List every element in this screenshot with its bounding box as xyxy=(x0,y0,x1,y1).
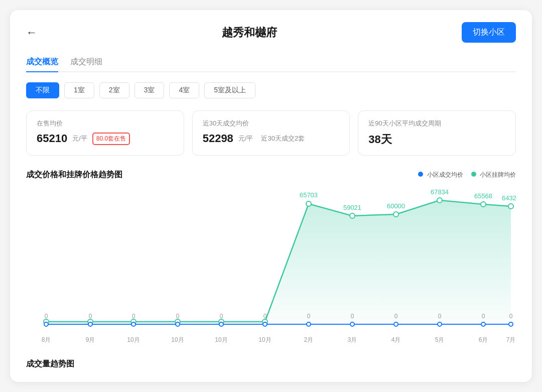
label-0-5: 0 xyxy=(263,313,267,320)
stat-badge-listing: 80.0套在售 xyxy=(92,133,130,145)
legend-blue: 小区成交均价 xyxy=(418,171,463,179)
x-label-9: 5月 xyxy=(435,336,445,343)
volume-section: 成交量趋势图 xyxy=(26,359,516,369)
label-0-7: 0 xyxy=(351,313,354,320)
stat-card-cycle: 近90天小区平均成交周期 38天 xyxy=(358,110,516,156)
blue-dot-10 xyxy=(481,322,485,326)
green-dot-10 xyxy=(481,202,486,207)
blue-dot-4 xyxy=(219,322,223,326)
stat-value-row-listing: 65210 元/平 80.0套在售 xyxy=(37,132,174,145)
legend-label-blue: 小区成交均价 xyxy=(427,171,463,178)
green-area xyxy=(265,200,511,322)
label-0-10: 0 xyxy=(482,313,485,320)
stat-value-row-cycle: 38天 xyxy=(368,132,505,147)
filter-unlimited[interactable]: 不限 xyxy=(26,82,59,98)
price-chart-svg: 65703 59021 60000 67834 65568 64324 0 0 … xyxy=(26,186,516,347)
label-0-1: 0 xyxy=(89,313,92,320)
stat-value-cycle: 38天 xyxy=(368,132,391,147)
green-dot-8 xyxy=(393,212,398,217)
blue-dot-7 xyxy=(350,322,354,326)
room-filter: 不限 1室 2室 3室 4室 5室及以上 xyxy=(26,82,516,98)
page-title: 越秀和樾府 xyxy=(37,25,462,40)
page-container: ← 越秀和樾府 切换小区 成交概览 成交明细 不限 1室 2室 3室 4室 5室… xyxy=(10,10,532,382)
label-0-4: 0 xyxy=(220,313,223,320)
header: ← 越秀和樾府 切换小区 xyxy=(26,22,516,43)
blue-dot-9 xyxy=(438,322,442,326)
legend-green: 小区挂牌均价 xyxy=(471,171,516,179)
stat-card-listing-price: 在售均价 65210 元/平 80.0套在售 xyxy=(26,110,184,156)
tab-detail[interactable]: 成交明细 xyxy=(70,57,102,72)
stat-label-cycle: 近90天小区平均成交周期 xyxy=(368,119,505,128)
label-0-6: 0 xyxy=(307,313,311,320)
chart-title: 成交价格和挂牌价格趋势图 xyxy=(26,170,122,180)
label-67834: 67834 xyxy=(431,188,449,196)
tab-row: 成交概览 成交明细 xyxy=(26,57,516,72)
stat-sub-transaction: 近30天成交2套 xyxy=(261,134,305,143)
label-64324: 64324 xyxy=(502,194,516,202)
legend-dot-blue xyxy=(418,172,423,177)
x-label-3: 10月 xyxy=(171,336,184,343)
x-label-11: 7月 xyxy=(506,336,516,343)
filter-5room[interactable]: 5室及以上 xyxy=(204,82,255,98)
blue-dot-5 xyxy=(263,322,267,326)
blue-dot-2 xyxy=(131,322,136,326)
x-label-0: 8月 xyxy=(42,336,51,343)
blue-dot-6 xyxy=(307,322,311,326)
filter-4room[interactable]: 4室 xyxy=(169,82,199,98)
stat-card-transaction-price: 近30天成交均价 52298 元/平 近30天成交2套 xyxy=(192,110,350,156)
x-label-8: 4月 xyxy=(391,336,401,343)
filter-3room[interactable]: 3室 xyxy=(134,82,165,98)
volume-chart-title: 成交量趋势图 xyxy=(26,359,74,368)
blue-dot-8 xyxy=(394,322,398,326)
stat-unit-listing: 元/平 xyxy=(72,134,87,143)
stat-value-listing: 65210 xyxy=(37,132,67,145)
x-label-2: 10月 xyxy=(127,336,140,343)
chart-legend: 小区成交均价 小区挂牌均价 xyxy=(418,171,516,179)
stat-value-transaction: 52298 xyxy=(203,132,233,145)
stats-row: 在售均价 65210 元/平 80.0套在售 近30天成交均价 52298 元/… xyxy=(26,110,516,156)
back-button[interactable]: ← xyxy=(26,27,37,38)
label-0-0: 0 xyxy=(45,313,48,320)
switch-community-button[interactable]: 切换小区 xyxy=(462,22,516,43)
blue-dot-11 xyxy=(509,322,513,326)
label-59021: 59021 xyxy=(343,204,361,211)
chart-header: 成交价格和挂牌价格趋势图 小区成交均价 小区挂牌均价 xyxy=(26,170,516,180)
label-65703: 65703 xyxy=(300,191,318,199)
filter-2room[interactable]: 2室 xyxy=(99,82,129,98)
label-0-3: 0 xyxy=(176,313,180,320)
blue-dot-1 xyxy=(88,322,92,326)
filter-1room[interactable]: 1室 xyxy=(64,82,94,98)
label-0-2: 0 xyxy=(132,313,136,320)
price-chart-canvas: 65703 59021 60000 67834 65568 64324 0 0 … xyxy=(26,186,516,347)
label-0-11: 0 xyxy=(509,313,513,320)
label-0-8: 0 xyxy=(394,313,398,320)
green-dot-6 xyxy=(306,201,311,206)
label-60000: 60000 xyxy=(387,202,405,210)
legend-label-green: 小区挂牌均价 xyxy=(480,171,516,178)
x-label-5: 10月 xyxy=(258,336,271,343)
price-chart-section: 成交价格和挂牌价格趋势图 小区成交均价 小区挂牌均价 xyxy=(26,170,516,347)
green-dot-11 xyxy=(508,204,513,209)
stat-label-transaction: 近30天成交均价 xyxy=(203,119,340,128)
stat-value-row-transaction: 52298 元/平 近30天成交2套 xyxy=(203,132,340,145)
label-0-9: 0 xyxy=(438,313,442,320)
blue-dot-3 xyxy=(176,322,180,326)
green-dot-7 xyxy=(350,213,355,218)
green-dot-9 xyxy=(437,198,442,203)
x-label-10: 6月 xyxy=(479,336,488,343)
x-label-1: 9月 xyxy=(86,336,95,343)
tab-overview[interactable]: 成交概览 xyxy=(26,57,58,72)
label-65568: 65568 xyxy=(474,192,492,200)
legend-dot-green xyxy=(471,172,476,177)
blue-dot-0 xyxy=(44,322,48,326)
stat-unit-transaction: 元/平 xyxy=(238,134,253,143)
x-label-4: 10月 xyxy=(215,336,227,343)
x-label-7: 3月 xyxy=(348,336,357,343)
x-label-6: 2月 xyxy=(304,336,314,343)
stat-label-listing: 在售均价 xyxy=(37,119,174,128)
